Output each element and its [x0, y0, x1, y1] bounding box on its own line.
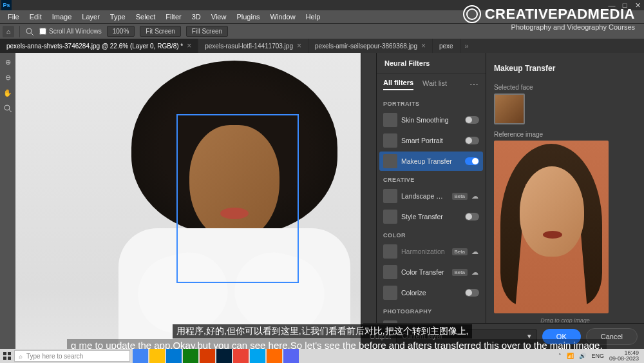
taskbar-app[interactable]: [200, 349, 215, 363]
tab-document-3[interactable]: pexels-amir-seilsepour-3869368.jpg×: [308, 39, 433, 53]
close-button[interactable]: ✕: [631, 0, 644, 10]
close-icon[interactable]: ×: [187, 41, 191, 50]
canvas[interactable]: 22.61% 5821 pcx x 38...: [15, 53, 361, 363]
taskbar-app[interactable]: [283, 349, 299, 363]
document-tabs: pexels-anna-shvets-3746284.jpg @ 22.6% (…: [0, 39, 644, 53]
menu-type[interactable]: Type: [105, 13, 131, 21]
menu-layer[interactable]: Layer: [77, 13, 105, 21]
menu-3d[interactable]: 3D: [187, 13, 206, 21]
filter-landscape-mixer[interactable]: Landscape Mi...Beta☁: [379, 186, 483, 206]
tab-document-4[interactable]: pexe: [433, 39, 460, 53]
tab-all-filters[interactable]: All filters: [383, 79, 413, 90]
toggle[interactable]: [465, 289, 479, 297]
tray-wifi-icon[interactable]: 📶: [567, 353, 574, 359]
scroll-all-checkbox[interactable]: Scroll All Windows: [39, 28, 102, 35]
face-selection-box[interactable]: [176, 114, 299, 283]
reference-image[interactable]: [494, 141, 609, 313]
taskbar-app[interactable]: [183, 349, 198, 363]
home-icon[interactable]: ⌂: [3, 26, 14, 37]
menu-image[interactable]: Image: [47, 13, 77, 21]
start-button[interactable]: [0, 349, 14, 363]
filter-style-transfer[interactable]: Style Transfer: [379, 207, 483, 226]
tray-volume-icon[interactable]: 🔊: [579, 353, 586, 359]
tool-palette: ⊕ ⊖ ✋: [0, 53, 15, 363]
menu-filter[interactable]: Filter: [160, 13, 186, 21]
filter-skin-smoothing[interactable]: Skin Smoothing: [379, 110, 483, 130]
taskbar-search[interactable]: ⌕Type here to search: [14, 350, 130, 362]
fill-screen-button[interactable]: Fill Screen: [186, 26, 228, 37]
svg-line-1: [31, 33, 33, 35]
toggle[interactable]: [465, 213, 479, 221]
taskbar-apps: [133, 349, 299, 363]
svg-rect-6: [3, 357, 6, 360]
tray-chevron-icon[interactable]: ˄: [558, 353, 562, 359]
filter-smart-portrait[interactable]: Smart Portrait: [379, 131, 483, 150]
fit-screen-button[interactable]: Fit Screen: [140, 26, 181, 37]
selected-face-thumb[interactable]: [494, 93, 525, 124]
filter-harmonization[interactable]: HarmonizationBeta☁: [379, 242, 483, 261]
zoom-100-button[interactable]: 100%: [107, 26, 135, 37]
menu-bar: File Edit Image Layer Type Select Filter…: [0, 10, 644, 23]
menu-window[interactable]: Window: [265, 13, 301, 21]
section-creative: CREATIVE: [377, 172, 486, 186]
taskbar-app[interactable]: [250, 349, 265, 363]
taskbar-app[interactable]: [133, 349, 148, 363]
taskbar-app[interactable]: [267, 349, 282, 363]
hand-tool-icon[interactable]: ✋: [1, 86, 14, 99]
zoom-in-icon[interactable]: ⊕: [1, 55, 14, 68]
download-icon[interactable]: ☁: [471, 268, 479, 276]
download-icon[interactable]: ☁: [471, 192, 479, 200]
svg-line-3: [9, 110, 12, 112]
close-icon[interactable]: ×: [421, 41, 426, 50]
options-bar: ⌂ Scroll All Windows 100% Fit Screen Fil…: [0, 23, 644, 39]
maximize-button[interactable]: □: [618, 0, 631, 10]
section-portraits: PORTRAITS: [377, 95, 486, 110]
panel-title: Neural Filters: [377, 59, 430, 67]
filter-colorize[interactable]: Colorize: [379, 283, 483, 302]
svg-rect-5: [8, 352, 11, 355]
section-color: COLOR: [377, 227, 486, 241]
zoom-out-icon[interactable]: ⊖: [1, 71, 14, 84]
toggle[interactable]: [465, 157, 479, 165]
expand-tabs-button[interactable]: »: [460, 42, 473, 50]
tab-wait-list[interactable]: Wait list: [422, 79, 447, 90]
menu-view[interactable]: View: [206, 13, 232, 21]
tab-document-1[interactable]: pexels-anna-shvets-3746284.jpg @ 22.6% (…: [0, 39, 198, 53]
section-photography: PHOTOGRAPHY: [377, 303, 486, 317]
filter-makeup-transfer[interactable]: Makeup Transfer: [379, 152, 483, 171]
tray-clock[interactable]: 16:4909-08-2023: [609, 350, 639, 362]
download-icon[interactable]: ☁: [471, 248, 479, 255]
toggle[interactable]: [465, 116, 479, 124]
reference-image-label: Reference image: [486, 131, 644, 138]
taskbar-app[interactable]: [216, 349, 232, 363]
svg-point-2: [5, 105, 10, 110]
filter-color-transfer[interactable]: Color TransferBeta☁: [379, 262, 483, 282]
menu-file[interactable]: File: [3, 13, 24, 21]
menu-plugins[interactable]: Plugins: [231, 13, 265, 21]
tab-document-2[interactable]: pexels-rasul-lotfi-14411703.jpg×: [198, 39, 308, 53]
more-icon[interactable]: ⋯: [469, 79, 479, 90]
selected-face-label: Selected face: [486, 84, 644, 91]
toggle[interactable]: [465, 137, 479, 144]
search-icon: ⌕: [19, 353, 23, 360]
tray-language[interactable]: ENG: [591, 353, 604, 359]
svg-rect-4: [3, 352, 6, 355]
svg-point-0: [26, 28, 32, 34]
subtitle-cn: 用程序,好的,但你可以看到这里,让我们看看前后对比,把这个转到主图像上,: [173, 324, 472, 338]
windows-taskbar: ⌕Type here to search ˄ 📶 🔊 ENG 16:4909-0…: [0, 349, 644, 363]
taskbar-app[interactable]: [233, 349, 249, 363]
makeup-transfer-panel: Makeup Transfer Selected face Reference …: [486, 53, 644, 363]
taskbar-app[interactable]: [149, 349, 165, 363]
neural-filters-panel: Neural Filters All filters Wait list ⋯ P…: [376, 53, 486, 363]
svg-rect-7: [8, 357, 11, 360]
taskbar-app[interactable]: [166, 349, 182, 363]
zoom-tool-icon[interactable]: [25, 27, 34, 36]
close-icon[interactable]: ×: [297, 41, 301, 50]
menu-edit[interactable]: Edit: [24, 13, 47, 21]
minimize-button[interactable]: —: [605, 0, 618, 10]
zoom-tool-icon[interactable]: [1, 102, 14, 115]
ps-icon: Ps: [1, 0, 12, 10]
menu-help[interactable]: Help: [301, 13, 326, 21]
menu-select[interactable]: Select: [131, 13, 161, 21]
collapsed-panel-strip[interactable]: [361, 53, 376, 363]
